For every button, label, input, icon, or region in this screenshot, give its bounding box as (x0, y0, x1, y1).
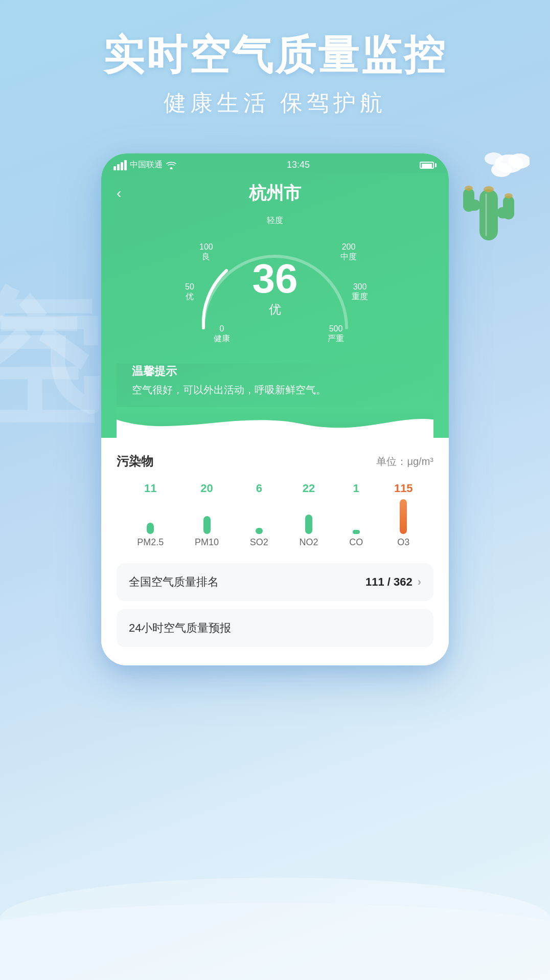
hero-subtitle: 健康生活 保驾护航 (0, 88, 550, 118)
pollutant-item-o3: 115O3 (394, 482, 413, 548)
pollutant-bar (203, 516, 211, 534)
forecast-label: 24小时空气质量预报 (129, 621, 231, 634)
gauge-label-100: 100 良 (199, 242, 213, 261)
wave-transition (117, 407, 433, 438)
pollutants-row: 11PM2.520PM106SO222NO21CO115O3 (117, 482, 433, 548)
svg-point-3 (485, 152, 503, 165)
svg-point-2 (491, 163, 512, 177)
white-content: 污染物 单位：μg/m³ 11PM2.520PM106SO222NO21CO11… (101, 438, 449, 665)
signal-icon (113, 160, 127, 170)
status-left: 中国联通 (113, 160, 177, 170)
pollutant-name: O3 (397, 537, 409, 548)
hero-title: 实时空气质量监控 (0, 31, 550, 80)
carrier-label: 中国联通 (130, 160, 163, 170)
pollutants-header: 污染物 单位：μg/m³ (117, 453, 433, 470)
gauge-center: 36 优 (253, 258, 298, 318)
chevron-right-icon: › (418, 575, 421, 589)
battery-icon (420, 162, 437, 169)
pollutant-bar-container (304, 498, 313, 534)
gauge-label-50: 50 优 (185, 282, 194, 301)
ranking-card[interactable]: 全国空气质量排名 111 / 362 › (117, 563, 433, 601)
pollutant-name: PM10 (195, 537, 219, 548)
phone-mockup: 中国联通 13:45 ‹ 杭州市 (101, 153, 449, 665)
pollutant-bar (256, 528, 263, 534)
tip-title: 温馨提示 (132, 364, 418, 379)
gauge-label-top: 轻度 (267, 215, 283, 225)
pollutant-bar-container (399, 498, 408, 534)
svg-rect-8 (503, 196, 514, 219)
pollutant-item-pm10: 20PM10 (195, 482, 219, 548)
pollutant-value: 6 (256, 482, 262, 495)
ranking-label: 全国空气质量排名 (129, 574, 219, 590)
tip-text: 空气很好，可以外出活动，呼吸新鲜空气。 (132, 383, 418, 397)
pollutants-label: 污染物 (117, 453, 153, 470)
gauge-wrapper: 轻度 100 良 200 中度 50 优 300 (178, 215, 372, 348)
pollutants-unit: 单位：μg/m³ (376, 455, 433, 469)
pollutant-bar-container (202, 498, 212, 534)
svg-rect-6 (463, 188, 474, 212)
pollutant-name: CO (349, 537, 363, 548)
pollutant-value: 20 (200, 482, 213, 495)
wifi-icon (166, 161, 177, 169)
pollutant-bar-container (352, 498, 361, 534)
nav-row: ‹ 杭州市 (117, 173, 433, 210)
pollutant-value: 11 (144, 482, 156, 495)
gauge-label-200: 200 中度 (340, 242, 357, 261)
pollutant-bar-container (255, 498, 264, 534)
pollutant-value: 22 (303, 482, 315, 495)
pollutant-name: SO2 (250, 537, 268, 548)
pollutant-value: 1 (353, 482, 359, 495)
gauge-label-0: 0 健康 (214, 324, 230, 343)
pollutant-item-so2: 6SO2 (250, 482, 268, 548)
pollutant-bar (353, 530, 360, 534)
pollutant-item-pm2.5: 11PM2.5 (137, 482, 164, 548)
svg-point-11 (505, 193, 513, 198)
forecast-card[interactable]: 24小时空气质量预报 (117, 609, 433, 647)
svg-point-10 (465, 186, 473, 191)
back-button[interactable]: ‹ (117, 185, 121, 202)
gauge-label-500: 500 严重 (328, 324, 344, 343)
hero-section: 实时空气质量监控 健康生活 保驾护航 (0, 0, 550, 118)
green-header: ‹ 杭州市 轻度 100 (101, 173, 449, 438)
city-name: 杭州市 (249, 182, 301, 205)
bottom-decoration (0, 827, 550, 980)
pollutant-bar (147, 523, 154, 534)
svg-point-9 (484, 186, 494, 192)
status-bar: 中国联通 13:45 (101, 153, 449, 173)
ranking-value: 111 / 362 › (365, 575, 421, 589)
pollutant-bar-container (146, 498, 155, 534)
cactus-decoration (448, 148, 530, 251)
svg-rect-4 (479, 189, 498, 240)
gauge-value: 36 (253, 258, 298, 299)
pollutant-bar (400, 499, 407, 534)
pollutant-item-co: 1CO (349, 482, 363, 548)
pollutant-bar (305, 515, 312, 534)
svg-point-1 (508, 153, 530, 169)
tip-section: 温馨提示 空气很好，可以外出活动，呼吸新鲜空气。 (117, 364, 433, 407)
gauge-quality: 优 (253, 301, 298, 318)
ranking-number: 111 / 362 (365, 575, 413, 589)
gauge-container: 轻度 100 良 200 中度 50 优 300 (117, 210, 433, 364)
pollutant-name: PM2.5 (137, 537, 164, 548)
pollutant-value: 115 (394, 482, 413, 495)
time-label: 13:45 (287, 160, 310, 170)
pollutant-item-no2: 22NO2 (300, 482, 318, 548)
pollutant-name: NO2 (300, 537, 318, 548)
gauge-label-300: 300 重度 (352, 282, 368, 301)
